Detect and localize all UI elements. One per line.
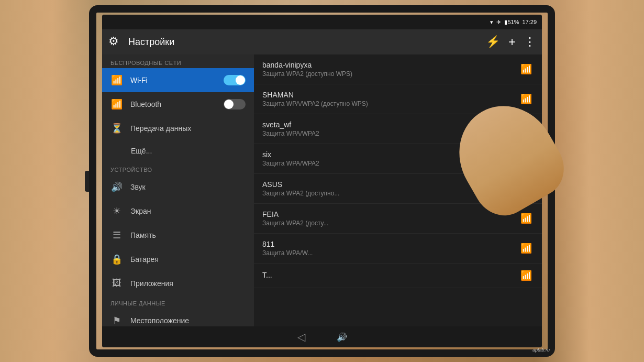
location-label: Местоположение [130,316,246,325]
wifi-info: FEIA Защита WPA2 (досту... [262,210,519,227]
wifi-signal-icon: 📶 [519,243,534,254]
sound-label: Звук [130,183,246,191]
toggle-knob [236,75,245,85]
sidebar-item-bluetooth[interactable]: 📶 Bluetooth [102,92,254,116]
status-bar: ▾ ✈ ▮51% 17:29 [102,15,542,29]
wifi-toggle[interactable] [224,75,246,85]
watermark: aptab.ru [532,347,550,353]
action-bar: ⚙ Настройки ⚡ + ⋮ [102,29,542,54]
sidebar-item-battery[interactable]: 🔒 Батарея [102,247,254,271]
page-title: Настройки [128,37,174,48]
action-bar-title-group: ⚙ Настройки [108,35,486,49]
status-icons: ▾ ✈ ▮51% 17:29 [490,19,537,26]
wifi-info: banda-vinipyxa Защита WPA2 (доступно WPS… [262,61,519,78]
wifi-signal-icon: 📶 [519,213,534,224]
sidebar-item-memory[interactable]: ☰ Память [102,223,254,247]
wifi-label: Wi-Fi [130,76,216,84]
wifi-info: SHAMAN Защита WPA/WPA2 (доступно WPS) [262,91,519,107]
battery-label: Батарея [130,255,246,264]
sound-icon: 🔊 [110,181,123,193]
screen-icon: ☀ [110,205,123,217]
location-icon: ⚑ [110,315,123,326]
bluetooth-label: Bluetooth [130,100,216,108]
toggle-knob-bt [224,100,234,109]
wifi-signal-icon: 📶 [519,63,534,75]
wifi-network-name: T... [262,271,519,279]
wifi-info: 811 Защита WPA/W... [262,240,519,257]
volume-button [85,171,89,192]
wifi-network-item[interactable]: banda-vinipyxa Защита WPA2 (доступно WPS… [254,54,542,84]
bluetooth-toggle[interactable] [224,99,246,109]
airplane-icon: ✈ [496,19,501,26]
sidebar-item-location[interactable]: ⚑ Местоположение [102,309,254,326]
flash-button[interactable]: ⚡ [486,35,500,49]
wifi-info: T... [262,271,519,280]
sidebar-item-screen[interactable]: ☀ Экран [102,199,254,223]
sidebar-item-more[interactable]: Ещё... [102,140,254,161]
screen-label: Экран [130,207,246,215]
action-bar-actions: ⚡ + ⋮ [486,35,536,49]
wifi-security-info: Защита WPA/WPA2 (доступно WPS) [262,100,519,107]
memory-label: Память [130,231,246,239]
memory-icon: ☰ [110,229,123,241]
nav-bar: ◁ 🔊 [102,326,542,347]
wifi-security-info: Защита WPA2 (доступно WPS) [262,70,519,78]
wifi-network-item[interactable]: T... 📶 [254,264,542,288]
sidebar-item-wifi[interactable]: 📶 Wi-Fi [102,68,254,92]
wifi-network-item[interactable]: 811 Защита WPA/W... 📶 [254,234,542,264]
back-button[interactable]: ◁ [297,331,305,343]
volume-nav-icon: 🔊 [337,332,347,342]
wifi-network-name: FEIA [262,210,519,218]
tablet-frame: ▾ ✈ ▮51% 17:29 ⚙ Настройки ⚡ + ⋮ БЕС [0,0,644,362]
section-header-personal: ЛИЧНЫЕ ДАННЫЕ [102,295,254,309]
wifi-icon: 📶 [110,74,123,86]
more-button[interactable]: ⋮ [524,35,536,49]
wifi-network-name: SHAMAN [262,91,519,99]
data-icon: ⏳ [110,123,123,134]
battery-settings-icon: 🔒 [110,254,123,265]
wifi-security-info: Защита WPA2 (досту... [262,220,519,227]
wifi-network-name: 811 [262,240,519,248]
bluetooth-icon: 📶 [110,98,123,110]
section-header-device: УСТРОЙСТВО [102,161,254,175]
sidebar: БЕСПРОВОДНЫЕ СЕТИ 📶 Wi-Fi 📶 Bluetooth [102,54,254,326]
sidebar-item-apps[interactable]: 🖼 Приложения [102,271,254,295]
more-label: Ещё... [131,147,246,155]
apps-label: Приложения [130,279,246,288]
add-button[interactable]: + [508,35,516,49]
wifi-security-info: Защита WPA/W... [262,249,519,257]
hand-left [0,0,105,362]
battery-icon: ▮51% [504,19,519,26]
settings-gear-icon: ⚙ [108,35,123,49]
wifi-status-icon: ▾ [490,19,493,26]
time-display: 17:29 [522,19,537,25]
data-label: Передача данных [130,124,246,133]
sidebar-item-sound[interactable]: 🔊 Звук [102,175,254,199]
section-header-wireless: БЕСПРОВОДНЫЕ СЕТИ [102,54,254,68]
wifi-signal-icon: 📶 [519,93,534,105]
wifi-signal-icon: 📶 [519,270,534,281]
wifi-network-name: banda-vinipyxa [262,61,519,69]
sidebar-item-data[interactable]: ⏳ Передача данных [102,116,254,140]
apps-icon: 🖼 [110,278,123,289]
